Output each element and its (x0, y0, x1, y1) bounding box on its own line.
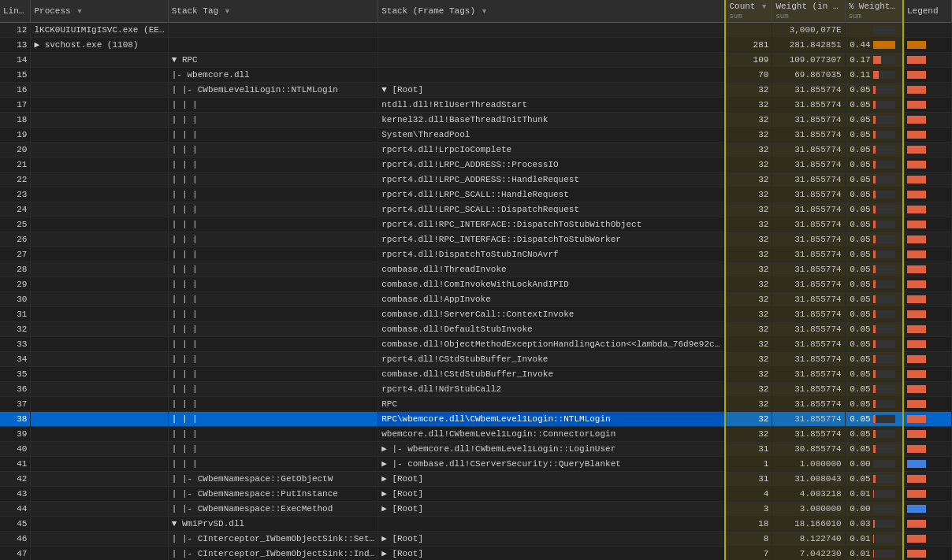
table-row[interactable]: 37 | | |RPC3231.8557740.05 (0, 397, 952, 412)
cell-weight: 31.855774 (772, 337, 845, 352)
legend-swatch (907, 56, 926, 64)
weight-bar (873, 206, 895, 213)
col-header-line[interactable]: Line # ▼ (0, 0, 31, 23)
cell-weight: 31.855774 (772, 187, 845, 202)
table-row[interactable]: 44 | |- CWbemNamespace::ExecMethod▶ [Roo… (0, 502, 952, 517)
cell-line: 32 (0, 322, 31, 337)
table-row[interactable]: 35 | | |combase.dll!CStdStubBuffer_Invok… (0, 367, 952, 382)
col-header-stack-tag[interactable]: Stack Tag ▼ (168, 0, 378, 23)
pct-value: 0.05 (849, 218, 871, 231)
cell-process (31, 547, 168, 561)
table-row[interactable]: 17 | | |ntdll.dll!RtlUserThreadStart3231… (0, 98, 952, 113)
pct-value: 0.05 (849, 173, 871, 186)
cell-frame-tags: combase.dll!CStdStubBuffer_Invoke (378, 367, 726, 382)
table-row[interactable]: 46 | |- CInterceptor_IWbemObjectSink::Se… (0, 532, 952, 547)
cell-weight: 31.855774 (772, 397, 845, 412)
cell-process (31, 292, 168, 307)
cell-stack-tag: | |- CWbemNamespace::ExecMethod (168, 502, 378, 517)
cell-count: 32 (725, 202, 772, 217)
weight-bar (873, 131, 895, 139)
table-row[interactable]: 41 | | |▶ |- combase.dll!CServerSecurity… (0, 457, 952, 472)
cell-count: 109 (725, 53, 772, 68)
table-row[interactable]: 21 | | |rpcrt4.dll!LRPC_ADDRESS::Process… (0, 158, 952, 172)
weight-bar-fill (873, 520, 875, 528)
cell-frame-tags: rpcrt4.dll!LRPC_SCALL::DispatchRequest (378, 202, 726, 217)
table-row[interactable]: 16 | |- CWbemLevel1Login::NTLMLogin▼ [Ro… (0, 83, 952, 98)
table-row[interactable]: 40 | | |▶ |- wbemcore.dll!CWbemLevel1Log… (0, 442, 952, 457)
table-row[interactable]: 23 | | |rpcrt4.dll!LRPC_SCALL::HandleReq… (0, 187, 952, 202)
table-row[interactable]: 20 | | |rpcrt4.dll!LrpcIoComplete3231.85… (0, 143, 952, 158)
cell-frame-tags: combase.dll!ObjectMethodExceptionHandlin… (378, 337, 726, 352)
cell-stack-tag: | | | (168, 158, 378, 172)
weight-bar (873, 475, 895, 483)
table-row[interactable]: 42 | |- CWbemNamespace::GetObjectW▶ [Roo… (0, 472, 952, 487)
weight-bar (873, 161, 895, 169)
cell-legend (903, 352, 952, 367)
cell-weight: 31.855774 (772, 247, 845, 262)
pct-value: 0.05 (849, 323, 871, 336)
weight-bar (873, 295, 895, 303)
weight-bar (873, 430, 895, 438)
col-header-legend: Legend (903, 0, 952, 23)
table-row[interactable]: 34 | | |rpcrt4.dll!CStdStubBuffer_Invoke… (0, 352, 952, 367)
cell-legend (903, 277, 952, 292)
table-row[interactable]: 14 ▼ RPC109109.0773070.17 (0, 53, 952, 68)
table-row[interactable]: 26 | | |rpcrt4.dll!RPC_INTERFACE::Dispat… (0, 232, 952, 247)
legend-swatch (907, 235, 926, 243)
cell-pct-weight: 0.01 (845, 487, 903, 502)
cell-count: 32 (725, 367, 772, 382)
cell-count: 31 (725, 472, 772, 487)
table-row[interactable]: 38 | | |RPC\wbemcore.dll\CWbemLevel1Logi… (0, 412, 952, 427)
cell-line: 36 (0, 382, 31, 397)
table-row[interactable]: 28 | | |combase.dll!ThreadInvoke3231.855… (0, 262, 952, 277)
cell-pct-weight: 0.05 (845, 367, 903, 382)
cell-line: 14 (0, 53, 31, 68)
cell-stack-tag: | | | (168, 427, 378, 442)
cell-legend (903, 247, 952, 262)
table-row[interactable]: 12 lKCK0UIUIMIgISVC.exe (EEE)3,000,077E (0, 23, 952, 38)
table-row[interactable]: 43 | |- CWbemNamespace::PutInstance▶ [Ro… (0, 487, 952, 502)
cell-line: 23 (0, 187, 31, 202)
table-row[interactable]: 22 | | |rpcrt4.dll!LRPC_ADDRESS::HandleR… (0, 172, 952, 187)
table-row[interactable]: 29 | | |combase.dll!ComInvokeWithLockAnd… (0, 277, 952, 292)
table-row[interactable]: 19 | | |System\ThreadPool3231.8557740.05 (0, 128, 952, 143)
col-header-pct-weight[interactable]: % Weight ▼ sum (845, 0, 903, 23)
cell-process (31, 68, 168, 83)
cell-count: 32 (725, 397, 772, 412)
table-row[interactable]: 30 | | |combase.dll!AppInvoke3231.855774… (0, 292, 952, 307)
table-row[interactable]: 18 | | |kernel32.dll!BaseThreadInitThunk… (0, 113, 952, 128)
weight-bar (873, 250, 895, 258)
cell-process (31, 352, 168, 367)
cell-stack-tag: | | | (168, 202, 378, 217)
col-header-process[interactable]: Process ▼ (31, 0, 168, 23)
pct-value: 0.05 (849, 473, 871, 485)
cell-weight: 31.855774 (772, 382, 845, 397)
table-row[interactable]: 15 |- wbemcore.dll7069.8670350.11 (0, 68, 952, 83)
weight-bar (873, 460, 895, 468)
cell-pct-weight: 0.05 (845, 292, 903, 307)
table-row[interactable]: 32 | | |combase.dll!DefaultStubInvoke323… (0, 322, 952, 337)
table-row[interactable]: 33 | | |combase.dll!ObjectMethodExceptio… (0, 337, 952, 352)
col-header-count[interactable]: Count ▼ sum (725, 0, 772, 23)
weight-bar-fill (873, 340, 876, 348)
col-header-weight[interactable]: Weight (in view... ▼ sum (772, 0, 845, 23)
table-row[interactable]: 47 | |- CInterceptor_IWbemObjectSink::In… (0, 547, 952, 561)
table-row[interactable]: 31 | | |combase.dll!ServerCall::ContextI… (0, 307, 952, 322)
cell-legend (903, 23, 952, 38)
table-row[interactable]: 25 | | |rpcrt4.dll!RPC_INTERFACE::Dispat… (0, 217, 952, 232)
table-row[interactable]: 45 ▼ WmiPrvSD.dll1818.1660100.03 (0, 517, 952, 532)
weight-bar (873, 41, 895, 49)
weight-bar (873, 520, 895, 528)
cell-stack-tag: | | | (168, 337, 378, 352)
table-row[interactable]: 13▶ svchost.exe (1108)281281.8428510.44 (0, 38, 952, 53)
table-row[interactable]: 24 | | |rpcrt4.dll!LRPC_SCALL::DispatchR… (0, 202, 952, 217)
cell-frame-tags (378, 68, 726, 83)
legend-swatch (907, 295, 926, 303)
table-row[interactable]: 27 | | |rpcrt4.dll!DispatchToStubInCNoAv… (0, 247, 952, 262)
cell-line: 45 (0, 517, 31, 532)
cell-count: 32 (725, 143, 772, 158)
legend-swatch (907, 131, 926, 139)
table-row[interactable]: 36 | | |rpcrt4.dll!NdrStubCall23231.8557… (0, 382, 952, 397)
table-row[interactable]: 39 | | |wbemcore.dll!CWbemLevel1Login::C… (0, 427, 952, 442)
col-header-frame-tags[interactable]: Stack (Frame Tags) ▼ (378, 0, 726, 23)
